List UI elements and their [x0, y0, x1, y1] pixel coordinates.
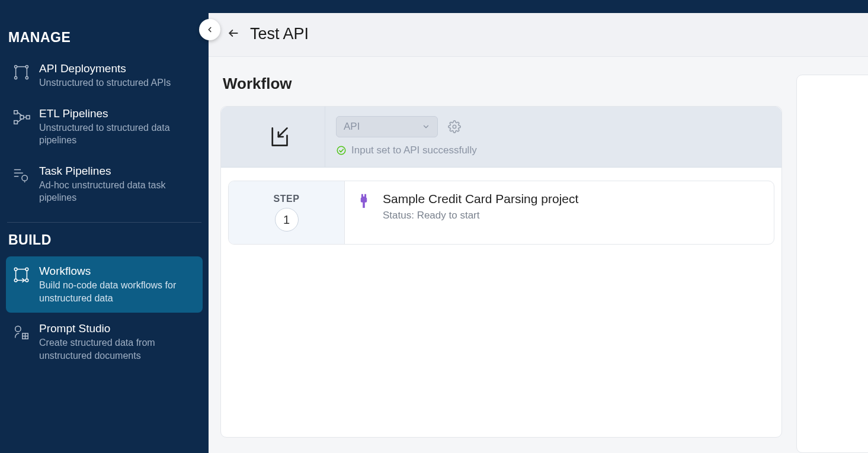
sidebar: MANAGE API Deployments Unstructured to s… [0, 13, 209, 453]
workflow-input-header: API Input set to API successfully [221, 107, 781, 168]
select-value: API [344, 121, 360, 133]
svg-point-19 [25, 268, 28, 271]
sidebar-item-api-deployments[interactable]: API Deployments Unstructured to structur… [6, 54, 203, 98]
step-number-box: STEP 1 [229, 181, 345, 244]
sidebar-item-desc: Ad-hoc unstructured data task pipelines [39, 179, 197, 204]
svg-point-2 [15, 76, 17, 79]
sidebar-item-etl-pipelines[interactable]: ETL Pipelines Unstructured to structured… [6, 99, 203, 155]
page-header: Test API [209, 13, 868, 57]
input-status-row: Input set to API successfully [336, 144, 770, 156]
sidebar-section-build: BUILD [6, 232, 203, 255]
svg-point-21 [25, 279, 28, 282]
sidebar-item-desc: Create structured data from unstructured… [39, 336, 197, 362]
sidebar-item-label: Workflows [39, 265, 197, 278]
svg-point-18 [14, 268, 17, 271]
workflows-icon [12, 266, 31, 285]
input-status-text: Input set to API successfully [351, 144, 477, 156]
svg-rect-30 [361, 198, 366, 202]
svg-line-27 [278, 128, 287, 137]
check-circle-icon [336, 145, 347, 156]
workflow-heading: Workflow [223, 75, 782, 93]
svg-point-28 [453, 125, 456, 128]
sidebar-section-manage: MANAGE [6, 30, 203, 53]
svg-point-3 [25, 76, 28, 79]
sidebar-item-workflows[interactable]: Workflows Build no-code data workflows f… [6, 256, 203, 313]
step-label: STEP [274, 194, 300, 204]
sidebar-item-desc: Build no-code data workflows for unstruc… [39, 279, 197, 304]
etl-pipelines-icon [12, 108, 31, 127]
svg-line-11 [17, 112, 22, 115]
task-pipelines-icon [12, 166, 31, 185]
sidebar-item-label: Prompt Studio [39, 322, 197, 335]
step-name: Sample Credit Card Parsing project [383, 192, 578, 206]
svg-rect-8 [14, 120, 18, 124]
workflow-panel: API Input set to API successfully [220, 106, 782, 438]
input-type-select[interactable]: API [336, 116, 438, 137]
gear-icon [448, 120, 461, 133]
svg-line-12 [17, 118, 22, 122]
main-content: Test API Workflow [209, 13, 868, 453]
sidebar-item-label: Task Pipelines [39, 165, 197, 178]
svg-point-17 [22, 175, 27, 181]
input-settings-button[interactable] [447, 120, 462, 134]
top-nav-bar [0, 0, 868, 13]
input-icon-box [233, 107, 325, 167]
svg-rect-31 [363, 202, 364, 207]
svg-rect-7 [14, 110, 18, 114]
chevron-down-icon [422, 123, 430, 131]
step-status: Status: Ready to start [383, 210, 578, 221]
step-number: 1 [275, 208, 299, 232]
sidebar-item-task-pipelines[interactable]: Task Pipelines Ad-hoc unstructured data … [6, 156, 203, 213]
app-layout: MANAGE API Deployments Unstructured to s… [0, 13, 868, 453]
back-button[interactable] [228, 27, 239, 41]
svg-point-1 [25, 66, 28, 68]
workflow-step-card[interactable]: STEP 1 Sample Credit Card Parsing projec… [228, 181, 774, 245]
sidebar-collapse-button[interactable] [199, 19, 220, 40]
page-title: Test API [250, 25, 309, 43]
svg-point-25 [15, 326, 21, 332]
sidebar-item-prompt-studio[interactable]: Prompt Studio Create structured data fro… [6, 314, 203, 370]
svg-rect-10 [26, 115, 30, 119]
svg-point-20 [14, 279, 17, 282]
chevron-left-icon [206, 25, 214, 34]
plug-icon [355, 193, 372, 210]
content-area: Workflow API [209, 57, 868, 453]
sidebar-item-desc: Unstructured to structured data pipeline… [39, 121, 197, 147]
secondary-panel [796, 75, 868, 453]
prompt-studio-icon [12, 323, 31, 342]
input-doc-icon [268, 126, 290, 147]
sidebar-item-desc: Unstructured to structured APIs [39, 76, 171, 89]
svg-rect-9 [20, 115, 24, 119]
sidebar-item-label: API Deployments [39, 62, 171, 75]
arrow-left-icon [228, 27, 239, 39]
api-deployments-icon [12, 63, 31, 82]
svg-point-0 [15, 66, 17, 68]
sidebar-divider [7, 222, 201, 223]
step-tool-icon [355, 193, 372, 210]
svg-point-29 [337, 146, 345, 155]
sidebar-item-label: ETL Pipelines [39, 107, 197, 120]
